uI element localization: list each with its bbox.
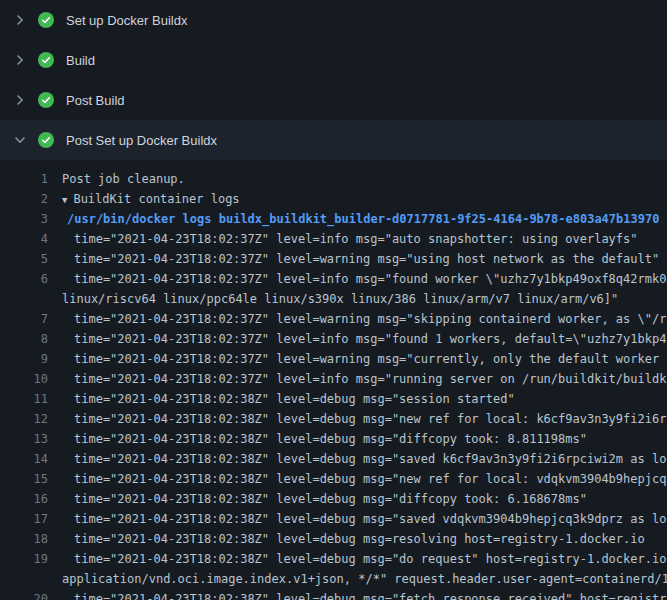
chevron-right-icon[interactable] [12,92,28,108]
step-title: Build [66,53,95,68]
log-line-number[interactable]: 7 [0,309,48,329]
step-title: Post Build [66,93,125,108]
log-line-text: time="2021-04-23T18:02:37Z" level=info m… [62,269,667,289]
log-line: 10 time="2021-04-23T18:02:37Z" level=inf… [0,369,667,389]
log-line-text-content: time="2021-04-23T18:02:38Z" level=debug … [74,492,587,506]
chevron-right-icon[interactable] [12,12,28,28]
log-line-number[interactable]: 10 [0,369,48,389]
log-line: 17 time="2021-04-23T18:02:38Z" level=deb… [0,509,667,529]
log-line-number[interactable]: 4 [0,229,48,249]
step-header-post-set-up-docker-buildx[interactable]: Post Set up Docker Buildx [0,120,667,160]
check-circle-icon [38,92,54,108]
log-line: 2 ▼BuildKit container logs [0,189,667,209]
log-line-text-content: time="2021-04-23T18:02:38Z" level=debug … [74,392,515,406]
log-line: application/vnd.oci.image.index.v1+json,… [0,569,667,589]
log-lines: 1 Post job cleanup. 2 ▼BuildKit containe… [0,160,667,600]
log-line-number[interactable]: 3 [0,209,48,229]
log-line-text-content: linux/riscv64 linux/ppc64le linux/s390x … [62,292,618,306]
log-line-text-content: time="2021-04-23T18:02:37Z" level=warnin… [74,312,667,326]
log-line-text-content: time="2021-04-23T18:02:38Z" level=debug … [74,552,667,566]
log-line-number[interactable]: 13 [0,429,48,449]
log-line-text: Post job cleanup. [62,169,185,189]
step-header-set-up-docker-buildx[interactable]: Set up Docker Buildx [0,0,667,40]
log-line-text-content: Post job cleanup. [62,172,185,186]
log-line-text: linux/riscv64 linux/ppc64le linux/s390x … [62,289,618,309]
log-line-text-content: time="2021-04-23T18:02:37Z" level=warnin… [74,252,659,266]
check-circle-icon [38,52,54,68]
log-line: 13 time="2021-04-23T18:02:38Z" level=deb… [0,429,667,449]
log-line-text: application/vnd.oci.image.index.v1+json,… [62,569,667,589]
log-line-number[interactable]: 19 [0,549,48,569]
log-line-text: time="2021-04-23T18:02:38Z" level=debug … [62,529,645,549]
log-line-number[interactable]: 18 [0,529,48,549]
log-line: 18 time="2021-04-23T18:02:38Z" level=deb… [0,529,667,549]
log-line-text-content: time="2021-04-23T18:02:38Z" level=debug … [74,532,645,546]
log-line-text: time="2021-04-23T18:02:37Z" level=info m… [62,369,667,389]
log-line-text-content: time="2021-04-23T18:02:38Z" level=debug … [74,592,667,600]
log-line-text: time="2021-04-23T18:02:38Z" level=debug … [62,429,587,449]
log-line-text-content: /usr/bin/docker logs buildx_buildkit_bui… [67,212,659,226]
check-circle-icon [38,12,54,28]
log-line-number[interactable]: 1 [0,169,48,189]
log-line-number[interactable]: 16 [0,489,48,509]
step-header-build[interactable]: Build [0,40,667,80]
log-line-text: time="2021-04-23T18:02:37Z" level=info m… [62,329,667,349]
log-line-number[interactable]: 8 [0,329,48,349]
step-title: Set up Docker Buildx [66,13,187,28]
chevron-right-icon[interactable] [12,132,28,148]
log-line-number[interactable]: 15 [0,469,48,489]
log-line-number[interactable]: 5 [0,249,48,269]
log-line-number[interactable]: 12 [0,409,48,429]
log-line-text: time="2021-04-23T18:02:38Z" level=debug … [62,389,515,409]
log-line-number[interactable]: 9 [0,349,48,369]
log-line: 12 time="2021-04-23T18:02:38Z" level=deb… [0,409,667,429]
log-line-number[interactable]: 6 [0,269,48,289]
log-line-text: time="2021-04-23T18:02:38Z" level=debug … [62,489,587,509]
log-line-text: time="2021-04-23T18:02:38Z" level=debug … [62,589,667,600]
log-line-number[interactable] [0,289,48,309]
log-line-number[interactable] [0,569,48,589]
log-line-number[interactable]: 2 [0,189,48,209]
log-line-text-content: time="2021-04-23T18:02:38Z" level=debug … [74,452,667,466]
log-line-text-content: time="2021-04-23T18:02:37Z" level=info m… [74,372,667,386]
step-header-post-build[interactable]: Post Build [0,80,667,120]
log-line-text: time="2021-04-23T18:02:37Z" level=warnin… [62,349,667,369]
log-line-number[interactable]: 20 [0,589,48,600]
log-line-text-content: time="2021-04-23T18:02:38Z" level=debug … [74,412,667,426]
log-line: 8 time="2021-04-23T18:02:37Z" level=info… [0,329,667,349]
log-line-text-content: time="2021-04-23T18:02:38Z" level=debug … [74,432,587,446]
workflow-log-viewer: Set up Docker Buildx Build P [0,0,667,600]
log-line: 6 time="2021-04-23T18:02:37Z" level=info… [0,269,667,289]
log-line-number[interactable]: 17 [0,509,48,529]
step-title: Post Set up Docker Buildx [66,133,217,148]
log-line: 14 time="2021-04-23T18:02:38Z" level=deb… [0,449,667,469]
log-line-text: /usr/bin/docker logs buildx_buildkit_bui… [62,209,659,229]
log-line-number[interactable]: 11 [0,389,48,409]
log-line: 11 time="2021-04-23T18:02:38Z" level=deb… [0,389,667,409]
group-caret-icon[interactable]: ▼ [62,195,67,205]
log-line-text: time="2021-04-23T18:02:38Z" level=debug … [62,509,667,529]
chevron-right-icon[interactable] [12,52,28,68]
log-line-text: time="2021-04-23T18:02:37Z" level=warnin… [62,309,667,329]
log-line-text: time="2021-04-23T18:02:38Z" level=debug … [62,449,667,469]
log-line: 1 Post job cleanup. [0,169,667,189]
log-line-text: time="2021-04-23T18:02:37Z" level=info m… [62,229,638,249]
log-line-text: time="2021-04-23T18:02:37Z" level=warnin… [62,249,659,269]
log-line-number[interactable]: 14 [0,449,48,469]
log-line-text-content: application/vnd.oci.image.index.v1+json,… [62,572,667,586]
log-line: 16 time="2021-04-23T18:02:38Z" level=deb… [0,489,667,509]
log-line: 7 time="2021-04-23T18:02:37Z" level=warn… [0,309,667,329]
log-line: 3 /usr/bin/docker logs buildx_buildkit_b… [0,209,667,229]
check-circle-icon [38,132,54,148]
log-line: 5 time="2021-04-23T18:02:37Z" level=warn… [0,249,667,269]
log-line-text-content: BuildKit container logs [73,192,239,206]
log-line: 19 time="2021-04-23T18:02:38Z" level=deb… [0,549,667,569]
log-line-text: time="2021-04-23T18:02:38Z" level=debug … [62,469,667,489]
log-line-text-content: time="2021-04-23T18:02:37Z" level=info m… [74,272,667,286]
log-line: 9 time="2021-04-23T18:02:37Z" level=warn… [0,349,667,369]
log-line: linux/riscv64 linux/ppc64le linux/s390x … [0,289,667,309]
log-line-text: time="2021-04-23T18:02:38Z" level=debug … [62,409,667,429]
log-line: 4 time="2021-04-23T18:02:37Z" level=info… [0,229,667,249]
log-line-text-content: time="2021-04-23T18:02:37Z" level=warnin… [74,352,667,366]
log-line-text-content: time="2021-04-23T18:02:38Z" level=debug … [74,512,667,526]
